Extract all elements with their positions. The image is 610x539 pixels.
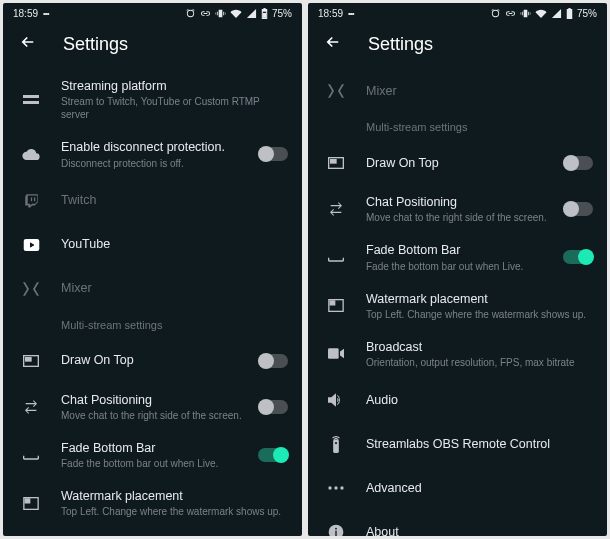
swap-icon: [17, 400, 45, 414]
twitch-icon: [17, 193, 45, 208]
wifi-icon: [535, 8, 547, 19]
row-fade-bottom-bar[interactable]: Fade Bottom Bar Fade the bottom bar out …: [308, 233, 607, 281]
status-bar: 18:59 ••• 75%: [308, 3, 607, 23]
row-sub: Move chat to the right side of the scree…: [366, 211, 563, 224]
svg-rect-12: [330, 301, 335, 305]
row-fade-bottom-bar[interactable]: Fade Bottom Bar Fade the bottom bar out …: [3, 431, 302, 479]
row-broadcast[interactable]: Broadcast Orientation, output resolution…: [308, 330, 607, 378]
row-mixer[interactable]: Mixer: [308, 69, 607, 113]
row-title: Chat Positioning: [61, 392, 258, 408]
toggle-disconnect[interactable]: [258, 147, 288, 161]
toggle-chat-positioning[interactable]: [563, 202, 593, 216]
row-title: Mixer: [61, 280, 288, 296]
youtube-icon: [17, 239, 45, 251]
toggle-fade-bottom-bar[interactable]: [563, 250, 593, 264]
svg-rect-13: [328, 349, 339, 360]
battery-icon: [566, 8, 573, 19]
draw-on-top-icon: [17, 355, 45, 367]
row-title: Audio: [366, 392, 593, 408]
svg-rect-2: [23, 101, 39, 104]
svg-point-16: [328, 486, 331, 489]
row-sub: Top Left. Change where the watermark sho…: [61, 505, 288, 518]
audio-icon: [322, 393, 350, 407]
row-title: Fade Bottom Bar: [61, 440, 258, 456]
svg-rect-6: [25, 499, 30, 503]
back-button[interactable]: [324, 33, 342, 55]
status-time: 18:59: [318, 8, 343, 19]
svg-rect-1: [23, 95, 39, 98]
toggle-draw-on-top[interactable]: [258, 354, 288, 368]
row-twitch[interactable]: Twitch: [3, 179, 302, 223]
row-title: Chat Positioning: [366, 194, 563, 210]
row-chat-positioning[interactable]: Chat Positioning Move chat to the right …: [308, 185, 607, 233]
svg-point-17: [334, 486, 337, 489]
svg-rect-20: [335, 531, 336, 536]
row-title: Advanced: [366, 480, 593, 496]
row-sub: Disconnect protection is off.: [61, 157, 258, 170]
row-sub: Top Left. Change where the watermark sho…: [366, 308, 593, 321]
toggle-fade-bottom-bar[interactable]: [258, 448, 288, 462]
info-icon: [322, 524, 350, 536]
link-icon: [200, 8, 211, 19]
row-title: Broadcast: [366, 339, 593, 355]
bottom-bar-icon: [322, 252, 350, 262]
back-button[interactable]: [19, 33, 37, 55]
status-battery: 75%: [272, 8, 292, 19]
page-title: Settings: [63, 34, 128, 55]
row-title: Draw On Top: [61, 352, 258, 368]
toggle-chat-positioning[interactable]: [258, 400, 288, 414]
row-draw-on-top[interactable]: Draw On Top: [3, 339, 302, 383]
row-title: Mixer: [366, 83, 593, 99]
settings-list: Mixer Multi-stream settings Draw On Top …: [308, 69, 607, 536]
svg-rect-14: [333, 439, 339, 452]
cloud-icon: [17, 148, 45, 160]
watermark-icon: [322, 299, 350, 312]
row-sub: Orientation, output resolution, FPS, max…: [366, 356, 593, 369]
row-advanced[interactable]: Advanced: [308, 466, 607, 510]
row-disconnect-protection[interactable]: Enable disconnect protection. Disconnect…: [3, 130, 302, 178]
vibrate-icon: [215, 8, 226, 19]
mixer-icon: [322, 84, 350, 98]
row-audio[interactable]: Audio: [308, 378, 607, 422]
svg-point-15: [335, 442, 337, 444]
row-remote-control[interactable]: Streamlabs OBS Remote Control: [308, 422, 607, 466]
more-icon: [322, 486, 350, 490]
row-mixer[interactable]: Mixer: [3, 267, 302, 311]
toggle-draw-on-top[interactable]: [563, 156, 593, 170]
row-sub: Fade the bottom bar out when Live.: [366, 260, 563, 273]
row-title: About: [366, 524, 593, 536]
alarm-icon: [490, 8, 501, 19]
row-sub: Fade the bottom bar out when Live.: [61, 457, 258, 470]
row-title: Watermark placement: [61, 488, 288, 504]
app-bar: Settings: [308, 23, 607, 69]
phone-right: 18:59 ••• 75% Settings Mixer Multi-strea…: [308, 3, 607, 536]
swap-icon: [322, 202, 350, 216]
row-chat-positioning[interactable]: Chat Positioning Move chat to the right …: [3, 383, 302, 431]
row-sub: Move chat to the right side of the scree…: [61, 409, 258, 422]
row-youtube[interactable]: YouTube: [3, 223, 302, 267]
svg-point-18: [340, 486, 343, 489]
row-sub: Stream to Twitch, YouTube or Custom RTMP…: [61, 95, 288, 121]
link-icon: [505, 8, 516, 19]
status-bar: 18:59 ••• 75%: [3, 3, 302, 23]
svg-point-21: [335, 528, 337, 530]
row-broadcast[interactable]: Broadcast Orientation, output resolution…: [3, 527, 302, 536]
signal-icon: [246, 8, 257, 19]
row-draw-on-top[interactable]: Draw On Top: [308, 141, 607, 185]
row-about[interactable]: About: [308, 510, 607, 536]
status-indicator-icon: •••: [348, 9, 353, 18]
settings-list: Streaming platform Stream to Twitch, You…: [3, 69, 302, 536]
wifi-icon: [230, 8, 242, 19]
row-watermark-placement[interactable]: Watermark placement Top Left. Change whe…: [3, 479, 302, 527]
row-watermark-placement[interactable]: Watermark placement Top Left. Change whe…: [308, 282, 607, 330]
section-multistream: Multi-stream settings: [3, 311, 302, 339]
row-title: YouTube: [61, 236, 288, 252]
draw-on-top-icon: [322, 157, 350, 169]
svg-rect-10: [331, 160, 336, 163]
row-streaming-platform[interactable]: Streaming platform Stream to Twitch, You…: [3, 69, 302, 130]
app-bar: Settings: [3, 23, 302, 69]
svg-rect-8: [568, 12, 571, 17]
row-title: Watermark placement: [366, 291, 593, 307]
watermark-icon: [17, 497, 45, 510]
status-time: 18:59: [13, 8, 38, 19]
